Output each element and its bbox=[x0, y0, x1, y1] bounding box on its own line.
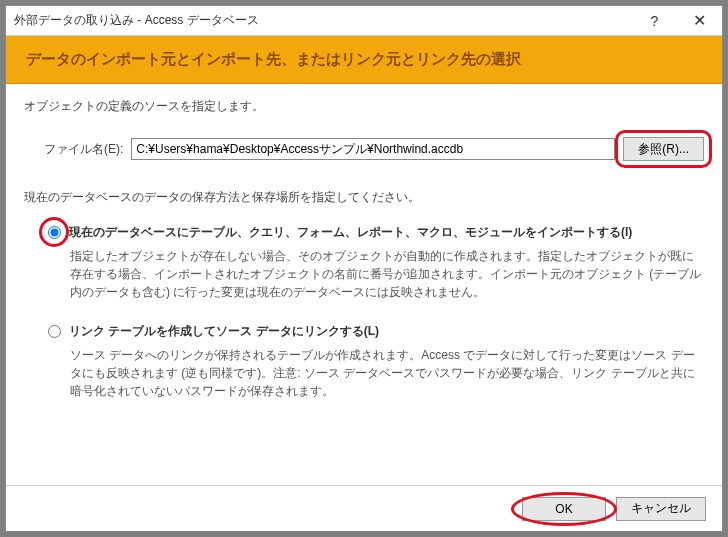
radio-link[interactable] bbox=[48, 325, 61, 338]
ok-button[interactable]: OK bbox=[522, 497, 606, 521]
content-area: オブジェクトの定義のソースを指定します。 ファイル名(E): 参照(R)... … bbox=[6, 84, 722, 485]
option-import-title: 現在のデータベースにテーブル、クエリ、フォーム、レポート、マクロ、モジュールをイ… bbox=[69, 224, 632, 241]
file-name-input[interactable] bbox=[131, 138, 615, 160]
footer: OK キャンセル bbox=[6, 485, 722, 531]
radio-import[interactable] bbox=[48, 226, 61, 239]
file-label: ファイル名(E): bbox=[44, 141, 123, 158]
close-button[interactable]: ✕ bbox=[677, 6, 722, 36]
titlebar: 外部データの取り込み - Access データベース ? ✕ bbox=[6, 6, 722, 36]
option-import-desc: 指定したオブジェクトが存在しない場合、そのオブジェクトが自動的に作成されます。指… bbox=[70, 247, 704, 301]
intro-text: オブジェクトの定義のソースを指定します。 bbox=[24, 98, 704, 115]
window-title: 外部データの取り込み - Access データベース bbox=[6, 12, 632, 29]
browse-button[interactable]: 参照(R)... bbox=[623, 137, 704, 161]
option-link-title: リンク テーブルを作成してソース データにリンクする(L) bbox=[69, 323, 379, 340]
storage-prompt: 現在のデータベースのデータの保存方法と保存場所を指定してください。 bbox=[24, 189, 704, 206]
cancel-button[interactable]: キャンセル bbox=[616, 497, 706, 521]
options-group: 現在のデータベースにテーブル、クエリ、フォーム、レポート、マクロ、モジュールをイ… bbox=[48, 224, 704, 422]
option-import: 現在のデータベースにテーブル、クエリ、フォーム、レポート、マクロ、モジュールをイ… bbox=[48, 224, 704, 301]
wizard-heading: データのインポート元とインポート先、またはリンク元とリンク先の選択 bbox=[6, 36, 722, 84]
option-link: リンク テーブルを作成してソース データにリンクする(L) ソース データへのリ… bbox=[48, 323, 704, 400]
dialog-window: 外部データの取り込み - Access データベース ? ✕ データのインポート… bbox=[5, 5, 723, 532]
option-link-desc: ソース データへのリンクが保持されるテーブルが作成されます。Access でデー… bbox=[70, 346, 704, 400]
help-button[interactable]: ? bbox=[632, 6, 677, 36]
file-row: ファイル名(E): 参照(R)... bbox=[44, 137, 704, 161]
